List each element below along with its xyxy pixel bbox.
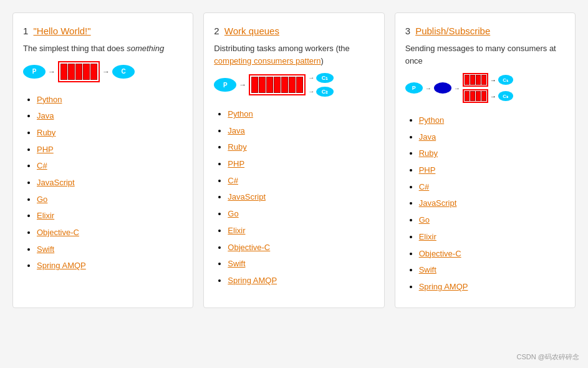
link-elixir[interactable]: Elixir (37, 211, 54, 220)
link-java[interactable]: Java (37, 111, 54, 120)
card-2-number: 2 (214, 26, 219, 36)
queue-seg (296, 77, 303, 93)
arrow-2: → (102, 67, 110, 76)
card-3-title: 3 Publish/Subscribe (405, 26, 565, 36)
link-python-2[interactable]: Python (228, 109, 253, 119)
card-2-diagram: P → → C₁ → C₂ (214, 73, 374, 97)
branch-arrow-c2: → C₂ (308, 87, 334, 97)
list-item: PHP (37, 141, 183, 158)
list-item: Spring AMQP (419, 278, 565, 295)
card-3: 3 Publish/Subscribe Sending messages to … (395, 12, 576, 308)
card-2-title: 2 Work queues (214, 26, 374, 36)
list-item: C# (228, 172, 374, 189)
link-python-3[interactable]: Python (419, 115, 444, 125)
list-item: C# (37, 157, 183, 174)
queue-seg (259, 77, 266, 93)
link-spring-3[interactable]: Spring AMQP (419, 282, 468, 291)
link-csharp-2[interactable]: C# (228, 176, 238, 185)
watermark: CSDN @码农碎碎念 (517, 352, 579, 362)
card-3-title-link[interactable]: Publish/Subscribe (415, 26, 490, 36)
exchange-ellipse (434, 82, 451, 94)
list-item: Java (228, 122, 374, 139)
link-spring[interactable]: Spring AMQP (37, 261, 86, 270)
link-ruby-3[interactable]: Ruby (419, 148, 438, 158)
competing-consumers-link[interactable]: competing consumers pattern (214, 56, 321, 65)
link-csharp-3[interactable]: C# (419, 182, 430, 191)
card-3-links: Python Java Ruby PHP C# JavaScript Go El… (405, 112, 565, 295)
link-csharp[interactable]: C# (37, 161, 47, 170)
link-ruby-2[interactable]: Ruby (228, 142, 246, 152)
queue-seg (274, 77, 281, 93)
link-javascript-3[interactable]: JavaScript (419, 198, 457, 208)
list-item: PHP (419, 162, 565, 178)
card-1-desc: The simplest thing that does something (23, 42, 183, 55)
queue-seg (90, 64, 97, 80)
card-1-links: Python Java Ruby PHP C# JavaScript Go El… (23, 91, 183, 274)
link-java-3[interactable]: Java (419, 132, 436, 142)
card-1-title: 1 "Hello World!" (23, 26, 183, 36)
link-objc-3[interactable]: Objective-C (419, 249, 461, 258)
queue-seg (465, 91, 470, 101)
list-item: Objective-C (37, 224, 183, 241)
link-swift-2[interactable]: Swift (228, 259, 245, 268)
link-objc[interactable]: Objective-C (37, 228, 79, 237)
list-item: Python (419, 112, 565, 128)
queue-consumer-1: → C₁ (463, 73, 513, 87)
link-ruby[interactable]: Ruby (37, 128, 55, 137)
card-2: 2 Work queues Distributing tasks among w… (203, 12, 384, 308)
queue-seg (470, 75, 475, 85)
queue-2 (249, 74, 306, 95)
card-2-title-link[interactable]: Work queues (224, 26, 279, 36)
list-item: Go (37, 191, 183, 208)
link-php-3[interactable]: PHP (419, 165, 436, 175)
queue-seg (68, 64, 75, 80)
arrow-6: → (454, 85, 460, 92)
queue-seg (266, 77, 273, 93)
cards-container: 1 "Hello World!" The simplest thing that… (12, 12, 576, 308)
arrow-1: → (48, 67, 55, 76)
link-elixir-2[interactable]: Elixir (228, 226, 245, 235)
card-2-links: Python Java Ruby PHP C# JavaScript Go El… (214, 105, 374, 289)
link-python[interactable]: Python (37, 95, 62, 104)
link-php[interactable]: PHP (37, 145, 54, 154)
link-php-2[interactable]: PHP (228, 159, 244, 168)
list-item: PHP (228, 155, 374, 172)
card-3-number: 3 (405, 26, 410, 36)
list-item: JavaScript (419, 195, 565, 211)
card-1-diagram: P → → C (23, 61, 183, 82)
link-java-2[interactable]: Java (228, 126, 244, 135)
link-javascript[interactable]: JavaScript (37, 178, 75, 187)
queue-seg (476, 75, 481, 85)
list-item: C# (419, 178, 565, 195)
producer-ellipse-2: P (214, 78, 236, 92)
list-item: Go (228, 205, 374, 222)
list-item: Elixir (419, 228, 565, 245)
list-item: Elixir (37, 207, 183, 224)
queue-seg (470, 91, 475, 101)
link-go-2[interactable]: Go (228, 209, 238, 218)
queue-3a (463, 73, 488, 87)
link-elixir-3[interactable]: Elixir (419, 232, 436, 241)
list-item: JavaScript (37, 174, 183, 191)
link-javascript-2[interactable]: JavaScript (228, 192, 266, 201)
link-go[interactable]: Go (37, 195, 47, 204)
queue-seg (75, 64, 82, 80)
link-spring-2[interactable]: Spring AMQP (228, 276, 277, 285)
link-go-3[interactable]: Go (419, 215, 430, 225)
list-item: Java (419, 128, 565, 145)
arrow-8: → (490, 93, 496, 100)
list-item: Objective-C (228, 239, 374, 256)
list-item: Spring AMQP (228, 272, 374, 289)
consumer-c2: C₂ (498, 91, 513, 101)
card-3-diagram: P → → → C₁ (405, 73, 565, 103)
producer-ellipse: P (23, 65, 46, 79)
list-item: Ruby (419, 145, 565, 162)
list-item: Elixir (228, 222, 374, 239)
link-swift[interactable]: Swift (37, 245, 54, 254)
link-objc-2[interactable]: Objective-C (228, 243, 270, 252)
link-swift-3[interactable]: Swift (419, 265, 436, 274)
list-item: Python (228, 105, 374, 122)
queue-seg (465, 75, 470, 85)
branch-arrow-c1: → C₁ (308, 73, 334, 83)
card-1-title-link[interactable]: "Hello World!" (34, 26, 91, 36)
